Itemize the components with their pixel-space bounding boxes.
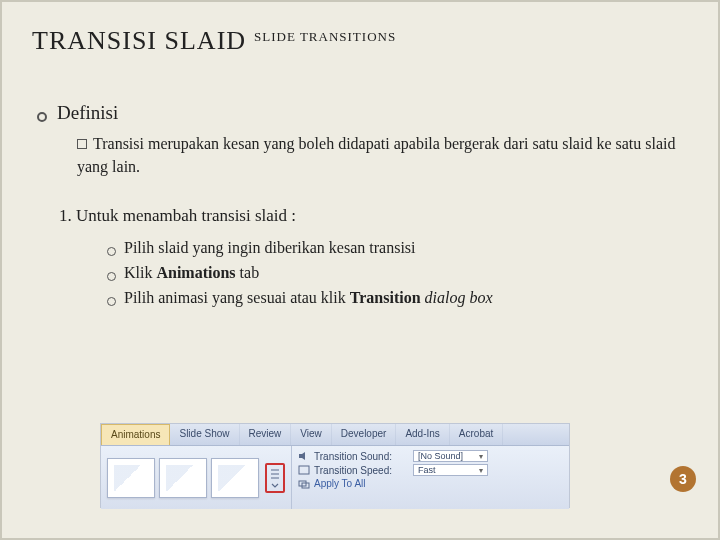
option-row-applyall: Apply To All <box>298 478 563 489</box>
step-text-bold: Animations <box>156 264 235 281</box>
transition-thumb <box>107 458 155 498</box>
step-item: Pilih animasi yang sesuai atau klik Tran… <box>107 286 683 311</box>
step-text-bold: Transition <box>350 289 421 306</box>
svg-rect-0 <box>299 466 309 474</box>
ring-bullet-icon <box>107 297 116 306</box>
steps-list: Pilih slaid yang ingin diberikan kesan t… <box>107 236 683 310</box>
transition-thumb <box>211 458 259 498</box>
step-text-pre: Pilih animasi yang sesuai atau klik <box>124 289 350 306</box>
steps-heading: 1. Untuk menambah transisi slaid : <box>59 206 683 226</box>
ribbon-body: Transition Sound: [No Sound]▾ Transition… <box>101 446 569 509</box>
definition-heading: Definisi <box>57 102 118 124</box>
ribbon-tab-animations: Animations <box>101 424 170 445</box>
slide-content: Definisi Transisi merupakan kesan yang b… <box>37 102 683 311</box>
chevron-down-icon: ▾ <box>479 452 483 461</box>
definition-text: Transisi merupakan kesan yang boleh dida… <box>77 135 676 175</box>
sound-field: [No Sound]▾ <box>413 450 488 462</box>
ribbon-tab-acrobat: Acrobat <box>450 424 503 445</box>
speed-icon <box>298 465 310 475</box>
slide-title: TRANSISI SLAID SLIDE TRANSITIONS <box>32 26 396 56</box>
option-row-speed: Transition Speed: Fast▾ <box>298 464 563 476</box>
ribbon-tab-bar: Animations Slide Show Review View Develo… <box>101 424 569 446</box>
speed-field: Fast▾ <box>413 464 488 476</box>
transition-thumb <box>159 458 207 498</box>
ring-bullet-icon <box>107 247 116 256</box>
step-item: Klik Animations tab <box>107 261 683 286</box>
ribbon-tab-developer: Developer <box>332 424 397 445</box>
step-text-post: tab <box>236 264 260 281</box>
step-text-italic: dialog box <box>421 289 493 306</box>
title-main: TRANSISI SLAID <box>32 26 246 56</box>
page-number: 3 <box>670 466 696 492</box>
gallery-more-icon <box>265 463 285 493</box>
definition-heading-row: Definisi <box>37 102 683 124</box>
title-subtitle: SLIDE TRANSITIONS <box>254 29 396 45</box>
chevron-down-icon: ▾ <box>479 466 483 475</box>
ribbon-tab-addins: Add-Ins <box>396 424 449 445</box>
ribbon-tab-review: Review <box>240 424 292 445</box>
speed-label: Transition Speed: <box>314 465 409 476</box>
step-item: Pilih slaid yang ingin diberikan kesan t… <box>107 236 683 261</box>
sound-icon <box>298 451 310 461</box>
square-bullet-icon <box>77 139 87 149</box>
apply-all-icon <box>298 479 310 489</box>
sound-label: Transition Sound: <box>314 451 409 462</box>
transition-options: Transition Sound: [No Sound]▾ Transition… <box>292 446 569 509</box>
definition-body: Transisi merupakan kesan yang boleh dida… <box>77 132 683 178</box>
ring-bullet-icon <box>37 112 47 122</box>
step-text: Pilih slaid yang ingin diberikan kesan t… <box>124 239 416 256</box>
ribbon-screenshot: Animations Slide Show Review View Develo… <box>100 423 570 508</box>
option-row-sound: Transition Sound: [No Sound]▾ <box>298 450 563 462</box>
apply-all-label: Apply To All <box>314 478 366 489</box>
step-text-pre: Klik <box>124 264 156 281</box>
ribbon-tab-slideshow: Slide Show <box>170 424 239 445</box>
ring-bullet-icon <box>107 272 116 281</box>
transition-gallery <box>101 446 292 509</box>
ribbon-tab-view: View <box>291 424 332 445</box>
